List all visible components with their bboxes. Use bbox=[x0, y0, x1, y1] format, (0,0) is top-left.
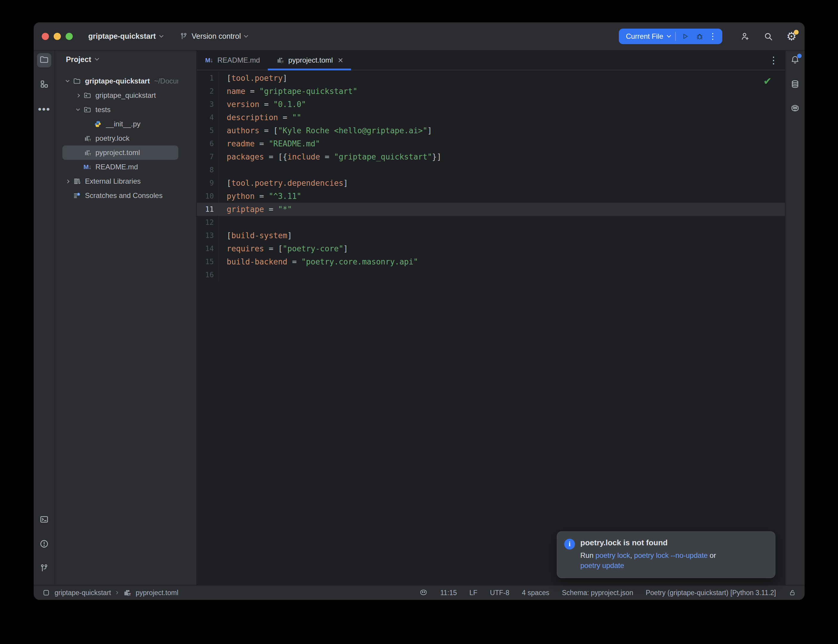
settings-badge-dot bbox=[794, 30, 799, 34]
code-line-3[interactable]: 3version = "0.1.0" bbox=[197, 98, 785, 111]
chevron-down-icon[interactable] bbox=[73, 109, 83, 110]
ai-assistant-button[interactable] bbox=[788, 102, 802, 116]
line-content: build-backend = "poetry.core.masonry.api… bbox=[219, 257, 418, 266]
line-content: description = "" bbox=[219, 113, 301, 122]
notification-title: poetry.lock is not found bbox=[580, 538, 716, 547]
add-user-icon[interactable] bbox=[739, 31, 750, 42]
status-item-3[interactable]: 4 spaces bbox=[522, 589, 549, 597]
zoom-window-button[interactable] bbox=[66, 33, 73, 40]
unlocked-padlock-icon[interactable] bbox=[789, 589, 796, 596]
ai-assistant-icon bbox=[790, 104, 800, 115]
tree-item-poetry-lock[interactable]: [T]poetry.lock bbox=[62, 131, 178, 146]
status-item-4[interactable]: Schema: pyproject.json bbox=[562, 589, 633, 597]
code-line-10[interactable]: 10python = "^3.11" bbox=[197, 190, 785, 203]
desktop-background: griptape-quickstart Version control Curr… bbox=[0, 0, 838, 644]
code-line-16[interactable]: 16 bbox=[197, 268, 785, 281]
database-tool-window-button[interactable] bbox=[788, 77, 802, 92]
tab-label: pyproject.toml bbox=[288, 56, 333, 64]
code-line-8[interactable]: 8 bbox=[197, 163, 785, 176]
tree-item-label: tests bbox=[95, 105, 111, 114]
minimize-window-button[interactable] bbox=[54, 33, 61, 40]
code-line-15[interactable]: 15build-backend = "poetry.core.masonry.a… bbox=[197, 255, 785, 268]
tab-pyproject-toml[interactable]: [T]pyproject.toml× bbox=[268, 51, 351, 70]
library-icon bbox=[72, 177, 81, 185]
left-tool-strip: ••• bbox=[34, 51, 55, 585]
line-content: python = "^3.11" bbox=[219, 192, 301, 200]
code-line-13[interactable]: 13[build-system] bbox=[197, 229, 785, 242]
code-lines: 1[tool.poetry]2name = "griptape-quicksta… bbox=[197, 72, 785, 281]
line-content: version = "0.1.0" bbox=[219, 100, 306, 109]
tree-item-tests[interactable]: tests bbox=[62, 103, 178, 117]
tree-item-readme-md[interactable]: M↓README.md bbox=[62, 160, 178, 174]
vcs-widget[interactable]: Version control bbox=[179, 32, 247, 41]
breadcrumb-file[interactable]: pyproject.toml bbox=[136, 589, 178, 597]
project-switcher[interactable]: griptape-quickstart bbox=[88, 32, 163, 41]
code-line-7[interactable]: 7packages = [{include = "griptape_quicks… bbox=[197, 150, 785, 163]
code-line-5[interactable]: 5authors = ["Kyle Roche <hello@griptape.… bbox=[197, 124, 785, 137]
run-config-selector[interactable]: Current File bbox=[626, 32, 663, 41]
project-panel-header[interactable]: Project bbox=[55, 51, 196, 68]
tree-item--init-py[interactable]: __init__.py bbox=[62, 117, 178, 131]
problems-icon bbox=[39, 539, 49, 550]
inspection-ok-icon[interactable]: ✔ bbox=[764, 75, 772, 87]
status-item-5[interactable]: Poetry (griptape-quickstart) [Python 3.1… bbox=[646, 589, 776, 597]
tree-item-pyproject-toml[interactable]: [T]pyproject.toml bbox=[62, 146, 178, 160]
folder-icon bbox=[72, 77, 81, 85]
code-line-6[interactable]: 6readme = "README.md" bbox=[197, 137, 785, 150]
code-line-9[interactable]: 9[tool.poetry.dependencies] bbox=[197, 176, 785, 190]
close-window-button[interactable] bbox=[42, 33, 49, 40]
notification-action-link[interactable]: poetry lock bbox=[596, 551, 630, 559]
line-number: 16 bbox=[197, 268, 219, 281]
tree-item-external-libraries[interactable]: External Libraries bbox=[62, 174, 178, 189]
tree-item-griptape-quickstart[interactable]: griptape-quickstart~/Docume bbox=[62, 74, 178, 88]
database-icon bbox=[790, 79, 800, 90]
project-tool-window-button[interactable] bbox=[37, 53, 51, 67]
code-line-11[interactable]: 11griptape = "*" bbox=[197, 203, 785, 216]
notification-action-link[interactable]: poetry update bbox=[580, 562, 624, 570]
version-control-tool-window-button[interactable] bbox=[37, 562, 51, 576]
chevron-separator-icon: › bbox=[116, 588, 118, 597]
more-tool-windows-button[interactable]: ••• bbox=[37, 102, 51, 116]
debug-button-icon[interactable] bbox=[695, 31, 704, 41]
notifications-button[interactable] bbox=[788, 53, 802, 67]
problems-tool-window-button[interactable] bbox=[37, 537, 51, 552]
notification-action-link[interactable]: poetry lock --no-update bbox=[634, 551, 708, 559]
code-line-12[interactable]: 12 bbox=[197, 216, 785, 229]
tab-readme-md[interactable]: M↓README.md bbox=[197, 51, 268, 70]
code-line-1[interactable]: 1[tool.poetry] bbox=[197, 72, 785, 85]
tree-item-scratches-and-consoles[interactable]: Scratches and Consoles bbox=[62, 189, 178, 203]
status-item-0[interactable]: 11:15 bbox=[440, 589, 457, 597]
status-item-2[interactable]: UTF-8 bbox=[490, 589, 509, 597]
chevron-down-icon[interactable] bbox=[62, 81, 72, 82]
terminal-tool-window-button[interactable] bbox=[37, 513, 51, 527]
run-button-icon[interactable] bbox=[680, 31, 690, 41]
code-line-2[interactable]: 2name = "griptape-quickstart" bbox=[197, 85, 785, 98]
close-tab-icon[interactable]: × bbox=[338, 56, 343, 65]
code-line-4[interactable]: 4description = "" bbox=[197, 111, 785, 124]
settings-gear-icon[interactable]: ⚙ bbox=[786, 31, 797, 42]
run-more-kebab-icon[interactable]: ⋮ bbox=[708, 32, 717, 41]
chevron-down-icon bbox=[244, 33, 248, 37]
chevron-right-icon[interactable] bbox=[73, 94, 83, 97]
status-bar: griptape-quickstart › [T] pyproject.toml… bbox=[34, 585, 805, 600]
tree-item-griptape-quickstart[interactable]: griptape_quickstart bbox=[62, 88, 178, 103]
line-number: 7 bbox=[197, 150, 219, 163]
chevron-down-icon[interactable] bbox=[667, 33, 671, 37]
search-icon[interactable] bbox=[763, 31, 774, 42]
copilot-icon[interactable] bbox=[419, 588, 428, 597]
notification-popup[interactable]: i poetry.lock is not found Run poetry lo… bbox=[557, 531, 776, 578]
tab-options-kebab-icon[interactable]: ⋮ bbox=[769, 54, 785, 66]
chevron-right-icon[interactable] bbox=[62, 180, 72, 183]
main-area: ••• bbox=[34, 51, 805, 585]
svg-text:[T]: [T] bbox=[88, 153, 91, 156]
structure-tool-window-button[interactable] bbox=[37, 77, 51, 92]
breadcrumb-project[interactable]: griptape-quickstart bbox=[54, 589, 111, 597]
notification-message-line: Run poetry lock, poetry lock --no-update… bbox=[580, 550, 716, 560]
code-editor[interactable]: 1[tool.poetry]2name = "griptape-quicksta… bbox=[197, 71, 785, 585]
status-item-1[interactable]: LF bbox=[469, 589, 477, 597]
code-line-14[interactable]: 14requires = ["poetry-core"] bbox=[197, 242, 785, 255]
line-number: 5 bbox=[197, 124, 219, 137]
ellipsis-icon: ••• bbox=[38, 104, 50, 115]
line-number: 15 bbox=[197, 255, 219, 268]
line-number: 4 bbox=[197, 111, 219, 124]
